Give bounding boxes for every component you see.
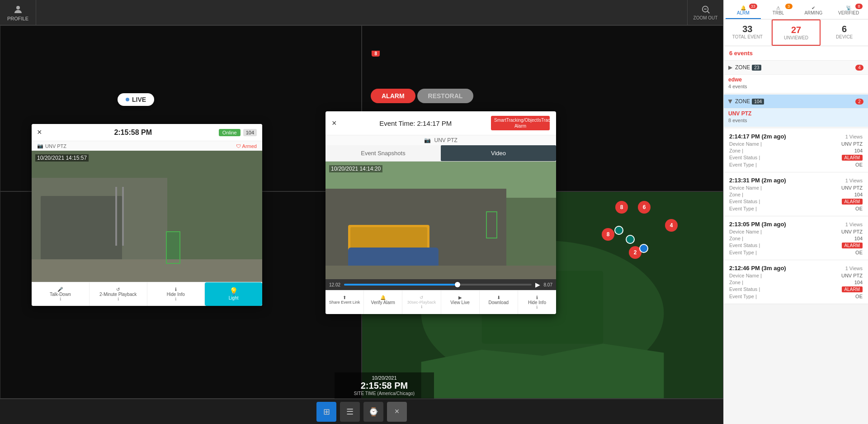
event-item-2-type-value: OE (855, 250, 863, 255)
video-time-left: 12.02 (329, 282, 340, 287)
light-label: Light (229, 295, 239, 300)
camera-timestamp-overlay: 10/20/2021 2:15:58 PM SITE TIME (America… (335, 372, 434, 399)
hide-info-label: Hide Info (167, 292, 185, 297)
grid-view-button[interactable]: ⊞ (316, 402, 336, 422)
event-item-3-status-badge: ALARM (842, 286, 863, 292)
device-cell[interactable]: 6 DEVICE (821, 19, 868, 46)
light-icon: 💡 (229, 287, 238, 295)
zone-104-events: 8 events (724, 118, 868, 127)
restoral-button[interactable]: RESTORAL (417, 89, 474, 103)
event-item-0-status-label: Event Status | (729, 155, 760, 161)
light-button[interactable]: 💡 Light (205, 282, 262, 306)
event-item-1-time: 2:13:31 PM (2m ago) (729, 177, 786, 184)
zone-23-header[interactable]: ▶ ZONE 23 4 (724, 61, 868, 75)
download-button[interactable]: ⬇ Download (480, 291, 518, 314)
live-popup-close-button[interactable]: × (37, 128, 42, 137)
live-popup-camera-icon: 📷 (37, 143, 43, 149)
device-label: DEVICE (822, 34, 866, 39)
event-item-1[interactable]: 2:13:31 PM (2m ago) 1 Views Device Name … (724, 172, 868, 216)
zone-23-num-badge: 23 (752, 65, 761, 71)
profile-button[interactable]: PROFILE (0, 0, 36, 25)
event-item-3-type-value: OE (855, 294, 863, 299)
tab-trbl[interactable]: 3 ⚠ TRBL (761, 3, 796, 19)
zone-104-header[interactable]: ▶ ZONE 104 2 (724, 95, 868, 109)
alrm-label: ALRM (737, 10, 750, 15)
event-item-0-zone-value: 104 (854, 148, 863, 153)
tab-arming[interactable]: ✔ ARMING (796, 3, 831, 19)
map-badge-4[interactable]: 8 (602, 228, 614, 241)
zone-104-label: ZONE (735, 98, 750, 105)
event-item-2[interactable]: 2:13:05 PM (3m ago) 1 Views Device Name … (724, 216, 868, 260)
map-dot-2[interactable] (626, 235, 635, 244)
verify-alarm-label: Verify Alarm (371, 300, 395, 305)
map-dot-3[interactable] (639, 244, 648, 253)
playback-30sec-icon: ↺ (420, 295, 423, 300)
map-badge-2[interactable]: 6 (638, 201, 651, 214)
close-bottom-button[interactable]: × (387, 402, 407, 422)
video-time-right: 8.07 (544, 282, 552, 287)
event-device-row: 📷 UNV PTZ (326, 135, 556, 145)
download-icon: ⬇ (497, 295, 500, 300)
live-badge: LIVE (118, 93, 154, 106)
info-icon: ℹ (175, 287, 177, 292)
unviewed-cell[interactable]: 27 UNVIEWED (772, 19, 821, 46)
list-view-button[interactable]: ☰ (340, 402, 360, 422)
svg-rect-18 (122, 187, 124, 246)
verified-badge: 8 (855, 4, 863, 9)
main-content: 8 6 4 8 2 10/20/2021 2:15:58 PM SITE TIM… (0, 25, 723, 424)
profile-label: PROFILE (7, 16, 28, 21)
map-dot-1[interactable] (614, 226, 623, 235)
talk-down-button[interactable]: 🎤 Talk-Down ℹ (32, 282, 90, 306)
svg-rect-16 (41, 196, 122, 264)
grid-icon: ⊞ (323, 407, 330, 417)
event-item-0[interactable]: 2:14:17 PM (2m ago) 1 Views Device Name … (724, 129, 868, 172)
tab-event-snapshots[interactable]: Event Snapshots (326, 145, 441, 161)
event-item-3[interactable]: 2:12:46 PM (3m ago) 1 Views Device Name … (724, 260, 868, 304)
bell-icon: 🔔 (380, 295, 386, 300)
svg-rect-17 (115, 187, 117, 246)
event-video-timestamp: 10/20/2021 14:14:20 (329, 165, 382, 172)
tab-verified[interactable]: 8 📡 VERIFIED (831, 3, 866, 19)
zone-23-section: ▶ ZONE 23 4 edwe 4 events (724, 61, 868, 93)
alarm-restoral-group: ALARM RESTORAL (371, 89, 473, 103)
zoom-out-button[interactable]: ZOOM OUT (687, 0, 723, 25)
event-item-2-views: 1 Views (845, 222, 863, 227)
2min-playback-button[interactable]: ↺ 2-Minute Playback ℹ (90, 282, 147, 306)
total-event-cell[interactable]: 33 TOTAL EVENT (724, 19, 772, 46)
share-icon: ⬆ (343, 295, 346, 300)
tab-video[interactable]: Video (441, 145, 556, 161)
30sec-playback-button[interactable]: ↺ 30sec-Playback ℹ (402, 291, 441, 314)
event-hide-info-button[interactable]: ℹ Hide Info ℹ (518, 291, 556, 314)
event-item-0-type-value: OE (855, 162, 863, 167)
profile-icon (13, 4, 24, 15)
arming-icon: ✔ (811, 5, 815, 10)
map-badge-3[interactable]: 4 (665, 219, 678, 232)
share-event-link-button[interactable]: ⬆ Share Event Link (326, 291, 364, 314)
view-live-button[interactable]: ▶ View Live (441, 291, 480, 314)
device-num: 6 (822, 24, 866, 34)
event-item-2-time: 2:13:05 PM (3m ago) (729, 221, 786, 228)
list-icon: ☰ (346, 407, 354, 417)
live-popup-controls: 🎤 Talk-Down ℹ ↺ 2-Minute Playback ℹ ℹ Hi… (32, 282, 262, 306)
live-popup-sub-header: 📷 UNV PTZ 🛡 Armed (32, 141, 262, 151)
video-progress-dot[interactable] (455, 282, 460, 287)
play-button[interactable]: ▶ (535, 281, 540, 288)
svg-line-3 (707, 11, 709, 14)
map-badge-1[interactable]: 8 (615, 201, 628, 214)
tab-alrm[interactable]: 33 🔔 ALRM (726, 3, 761, 19)
live-popup-header: × 2:15:58 PM Online 104 (32, 124, 262, 141)
camera-alert-badge: 8 (372, 51, 380, 57)
verify-alarm-button[interactable]: 🔔 Verify Alarm (364, 291, 402, 314)
alarm-button[interactable]: ALARM (371, 89, 415, 103)
event-item-1-type-value: OE (855, 206, 863, 211)
history-button[interactable]: ⌚ (363, 402, 383, 422)
video-progress-bar[interactable] (344, 284, 532, 286)
live-popup-armed-badge: 🛡 Armed (236, 143, 257, 149)
event-item-3-type-label: Event Type | (729, 294, 757, 299)
cam-site: SITE TIME (America/Chicago) (339, 391, 429, 396)
hide-info-button[interactable]: ℹ Hide Info ℹ (147, 282, 205, 306)
event-popup: × Event Time: 2:14:17 PM SmartTracking/O… (326, 111, 556, 314)
event-popup-close-button[interactable]: × (332, 119, 337, 128)
event-item-1-device-value: UNV PTZ (841, 185, 863, 191)
history-icon: ⌚ (368, 407, 378, 417)
